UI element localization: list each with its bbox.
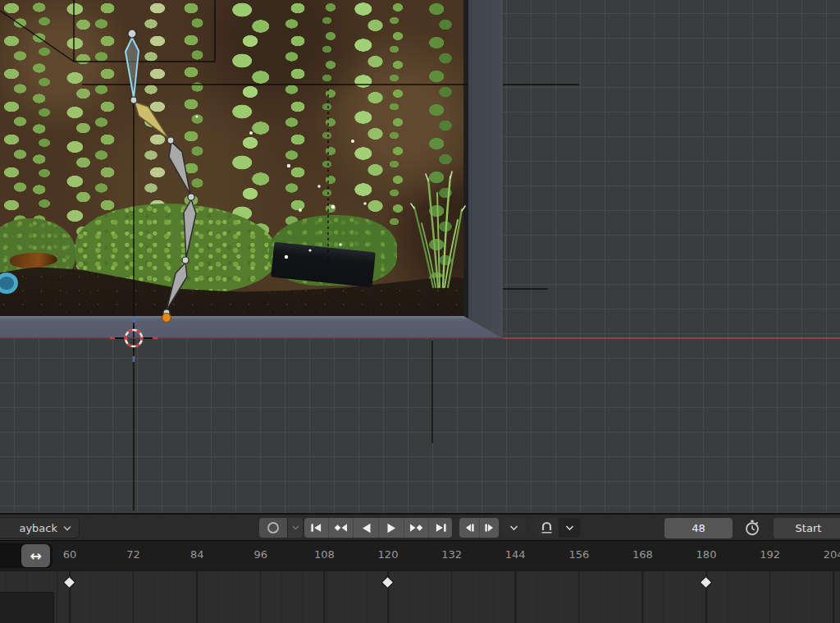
viewport-3d[interactable] bbox=[0, 0, 840, 513]
sparkle-particles bbox=[195, 115, 366, 259]
chevron-down-icon bbox=[565, 525, 574, 531]
bone-tip-orange bbox=[162, 314, 171, 323]
step-back-icon bbox=[463, 523, 475, 533]
viewport-overlay bbox=[0, 0, 840, 513]
ruler-frame-label: 204 bbox=[824, 548, 840, 561]
ruler-frame-label: 192 bbox=[760, 548, 780, 561]
ruler-frame-label: 144 bbox=[505, 548, 526, 561]
keyframe-diamond[interactable] bbox=[381, 575, 394, 589]
jump-to-start-icon bbox=[310, 523, 322, 533]
current-frame-value: 48 bbox=[692, 522, 705, 534]
use-preview-range-button[interactable] bbox=[740, 518, 765, 538]
keying-set-dropdown[interactable] bbox=[288, 518, 303, 538]
play-button[interactable] bbox=[378, 518, 404, 538]
step-options-dropdown[interactable] bbox=[502, 518, 526, 538]
timeline-ruler[interactable]: ↔ 60728496108120132144156168180192204 bbox=[0, 541, 840, 570]
record-circle-icon bbox=[267, 521, 280, 534]
jump-to-end-icon bbox=[435, 523, 447, 533]
current-frame-field[interactable]: 48 bbox=[664, 518, 733, 538]
keyframe-diamond[interactable] bbox=[62, 575, 75, 589]
scrollbar-zoom-handle[interactable]: ↔ bbox=[21, 544, 50, 567]
chevron-down-icon bbox=[292, 525, 299, 530]
ruler-frame-label: 72 bbox=[126, 548, 140, 561]
play-reverse-button[interactable] bbox=[353, 518, 378, 538]
step-frame-back-button[interactable] bbox=[459, 518, 479, 538]
play-icon bbox=[386, 523, 397, 534]
timeline-keyframe-area[interactable] bbox=[0, 570, 840, 623]
ruler-frame-label: 84 bbox=[190, 548, 204, 561]
armature-bone-chain bbox=[126, 30, 196, 323]
ruler-frame-label: 60 bbox=[63, 548, 77, 561]
ruler-frame-label: 108 bbox=[314, 548, 335, 561]
ruler-frame-label: 156 bbox=[568, 548, 589, 561]
bone bbox=[169, 142, 190, 195]
wireframe-diagonal bbox=[0, 11, 74, 62]
ruler-frame-label: 132 bbox=[441, 548, 462, 561]
bone bbox=[167, 263, 187, 310]
bone-selected bbox=[126, 38, 139, 98]
snap-toggle-button[interactable] bbox=[535, 518, 558, 538]
chevron-down-icon bbox=[63, 525, 71, 531]
keyframe-diamond[interactable] bbox=[699, 575, 712, 589]
play-reverse-icon bbox=[361, 523, 372, 534]
wireframe-corner bbox=[74, 0, 215, 62]
step-forward-icon bbox=[484, 523, 495, 533]
previous-keyframe-icon bbox=[334, 523, 348, 533]
grass-tuft bbox=[411, 172, 465, 287]
step-frame-forward-button[interactable] bbox=[479, 518, 499, 538]
playback-menu-label: ayback bbox=[19, 522, 57, 534]
channel-region bbox=[0, 592, 54, 623]
ruler-frame-label: 180 bbox=[696, 548, 717, 561]
timeline-header-bar: ayback bbox=[0, 513, 840, 541]
previous-keyframe-button[interactable] bbox=[328, 518, 353, 538]
next-keyframe-button[interactable] bbox=[404, 518, 428, 538]
next-keyframe-icon bbox=[409, 523, 423, 533]
chevron-down-icon bbox=[509, 525, 518, 531]
snap-options-dropdown[interactable] bbox=[559, 518, 580, 538]
playback-menu-button[interactable]: ayback bbox=[0, 517, 80, 538]
jump-to-start-button[interactable] bbox=[304, 518, 328, 538]
frame-start-label: Start bbox=[796, 522, 822, 534]
ruler-frame-label: 96 bbox=[254, 548, 268, 561]
blender-window: ayback bbox=[0, 0, 840, 623]
magnet-icon bbox=[540, 521, 554, 534]
frame-start-field[interactable]: Start bbox=[774, 518, 840, 538]
ruler-frame-label: 120 bbox=[378, 548, 399, 561]
bone bbox=[184, 199, 196, 258]
ruler-frame-label: 168 bbox=[632, 548, 653, 561]
bone-active bbox=[135, 102, 169, 139]
auto-keyframe-record-button[interactable] bbox=[259, 518, 287, 538]
jump-to-end-button[interactable] bbox=[428, 518, 452, 538]
stopwatch-icon bbox=[743, 519, 761, 537]
